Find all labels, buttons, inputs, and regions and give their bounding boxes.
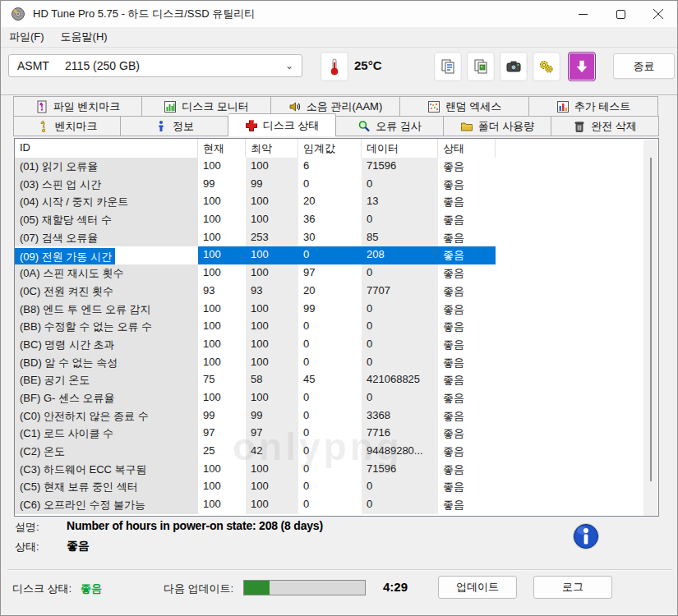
table-row[interactable]: (C6) 오프라인 수정 불가능10010000좋음: [15, 496, 658, 514]
secure-erase-icon: [573, 120, 586, 133]
menu-help[interactable]: 도움말(H): [53, 27, 116, 47]
cell-id: (C0) 안전하지 않은 종료 수: [15, 407, 198, 425]
tab-extra-tests[interactable]: 추가 테스트: [529, 96, 658, 116]
tab-label: 폴더 사용량: [478, 119, 535, 134]
tab-folder-usage[interactable]: 폴더 사용량: [444, 116, 551, 136]
tab-label: 소음 관리(AAM): [307, 99, 382, 114]
vertical-scrollbar[interactable]: [643, 140, 657, 516]
cell-current: 99: [198, 176, 246, 194]
tab-label: 랜덤 엑세스: [445, 99, 502, 114]
cell-status: 좋음: [438, 407, 496, 425]
table-row[interactable]: (BB) 수정할 수 없는 오류 수10010000좋음: [15, 318, 658, 336]
next-update-label: 다음 업데이트:: [164, 582, 233, 596]
cell-threshold: 0: [298, 389, 362, 407]
cell-current: 100: [198, 354, 246, 372]
description-label: 설명:: [15, 520, 39, 535]
cell-status: 좋음: [438, 389, 496, 407]
cell-threshold: 0: [298, 336, 362, 354]
table-row[interactable]: (BF) G- 센스 오류율10010000좋음: [15, 389, 658, 407]
maximize-button[interactable]: [602, 1, 639, 27]
copy-image-button[interactable]: [467, 52, 495, 81]
save-results-button[interactable]: [568, 52, 596, 81]
table-row[interactable]: (04) 시작 / 중지 카운트1001002013좋음: [15, 193, 658, 211]
table-row[interactable]: (0A) 스핀 재시도 횟수100100970좋음: [15, 264, 658, 283]
info-icon[interactable]: [572, 522, 600, 550]
tab-disk-health[interactable]: 디스크 상태: [228, 113, 336, 136]
description-value: Number of hours in power-on state: 208 (…: [67, 519, 323, 532]
cell-threshold: 0: [298, 318, 362, 336]
table-row[interactable]: (05) 재할당 섹터 수100100360좋음: [15, 211, 658, 229]
app-icon: [11, 7, 25, 21]
temperature-button[interactable]: [321, 52, 348, 81]
cell-status: 좋음: [438, 264, 496, 283]
table-row[interactable]: (BE) 공기 온도755845421068825좋음: [15, 371, 658, 389]
cell-current: 100: [198, 318, 246, 336]
disk-status-label: 디스크 상태:: [12, 582, 71, 596]
cell-current: 100: [198, 246, 246, 264]
cell-status: 좋음: [438, 425, 496, 443]
col-header-threshold[interactable]: 임계값: [298, 139, 362, 158]
col-header-status[interactable]: 상태: [438, 139, 496, 158]
cell-threshold: 0: [298, 407, 362, 425]
table-row[interactable]: (01) 읽기 오류율100100671596좋음: [15, 158, 658, 176]
table-row[interactable]: (BD) 알 수 없는 속성10010000좋음: [15, 354, 658, 372]
col-header-id[interactable]: ID: [15, 139, 198, 158]
temperature-value: 25°C: [354, 58, 382, 72]
cell-data: 71596: [362, 461, 438, 479]
table-row[interactable]: (BC) 명령 시간 초과10010000좋음: [15, 336, 658, 354]
tab-label: 파일 벤치마크: [53, 99, 121, 114]
cell-threshold: 0: [298, 443, 362, 461]
minimize-button[interactable]: [564, 1, 602, 27]
table-row[interactable]: (C0) 안전하지 않은 종료 수999903368좋음: [15, 407, 658, 425]
cell-id: (03) 스핀 업 시간: [15, 176, 198, 194]
cell-current: 100: [198, 193, 246, 211]
attribute-details: 설명: Number of hours in power-on state: 2…: [1, 518, 677, 566]
drive-select[interactable]: ASMT 2115 (250 GB) ⌄: [8, 54, 302, 77]
tab-error-scan[interactable]: 오류 검사: [336, 116, 444, 136]
update-button[interactable]: 업데이트: [438, 576, 517, 599]
menu-bar: 파일(F) 도움말(H): [1, 27, 677, 48]
screenshot-button[interactable]: [500, 52, 528, 81]
table-row[interactable]: (03) 스핀 업 시간999900좋음: [15, 176, 658, 194]
cell-data: 0: [362, 354, 438, 372]
menu-file[interactable]: 파일(F): [1, 27, 53, 47]
log-button[interactable]: 로그: [533, 576, 612, 599]
cell-data: 71596: [362, 158, 438, 176]
cell-current: 99: [198, 407, 246, 425]
cell-threshold: 0: [298, 496, 362, 514]
table-row[interactable]: (B8) 엔드 투 엔드 오류 감지100100990좋음: [15, 301, 658, 319]
cell-current: 100: [198, 211, 246, 229]
cell-id: (B8) 엔드 투 엔드 오류 감지: [15, 301, 198, 319]
table-row[interactable]: (07) 검색 오류율1002533085좋음: [15, 229, 658, 247]
exit-button[interactable]: 종료: [613, 53, 675, 79]
col-header-data[interactable]: 데이터: [362, 139, 438, 158]
table-row[interactable]: (09) 전원 가동 시간1001000208좋음: [15, 246, 658, 264]
table-row[interactable]: (C3) 하드웨어 ECC 복구됨100100071596좋음: [15, 461, 658, 479]
cell-id: (C1) 로드 사이클 수: [15, 425, 198, 443]
table-row[interactable]: (C2) 온도2542094489280...좋음: [15, 443, 658, 461]
cell-status: 좋음: [438, 478, 496, 496]
table-row[interactable]: (0C) 전원 켜진 횟수9393207707좋음: [15, 283, 658, 301]
cell-data: 0: [362, 496, 438, 514]
tab-benchmark[interactable]: 벤치마크: [13, 116, 121, 136]
table-row[interactable]: (C1) 로드 사이클 수979707716좋음: [15, 425, 658, 443]
tab-secure-erase[interactable]: 완전 삭제: [551, 116, 659, 136]
aam-icon: [288, 100, 302, 113]
cell-data: 0: [362, 336, 438, 354]
col-header-current[interactable]: 현재: [198, 139, 246, 158]
scrollbar-thumb[interactable]: [650, 158, 652, 481]
table-row[interactable]: (C5) 현재 보류 중인 섹터10010000좋음: [15, 478, 658, 496]
tab-random-access[interactable]: 랜덤 엑세스: [400, 96, 529, 116]
cell-threshold: 20: [298, 283, 362, 301]
col-header-worst[interactable]: 최악: [246, 139, 298, 158]
thermometer-icon: [328, 57, 341, 76]
cell-worst: 100: [246, 246, 298, 264]
copy-text-button[interactable]: [434, 52, 462, 81]
options-button[interactable]: [533, 52, 560, 81]
cell-worst: 100: [246, 478, 298, 496]
tab-info[interactable]: 정보: [121, 116, 228, 136]
cell-data: 0: [362, 318, 438, 336]
close-button[interactable]: [639, 1, 677, 27]
tab-file-benchmark[interactable]: 파일 벤치마크: [13, 96, 142, 116]
cell-id: (C2) 온도: [15, 443, 198, 461]
